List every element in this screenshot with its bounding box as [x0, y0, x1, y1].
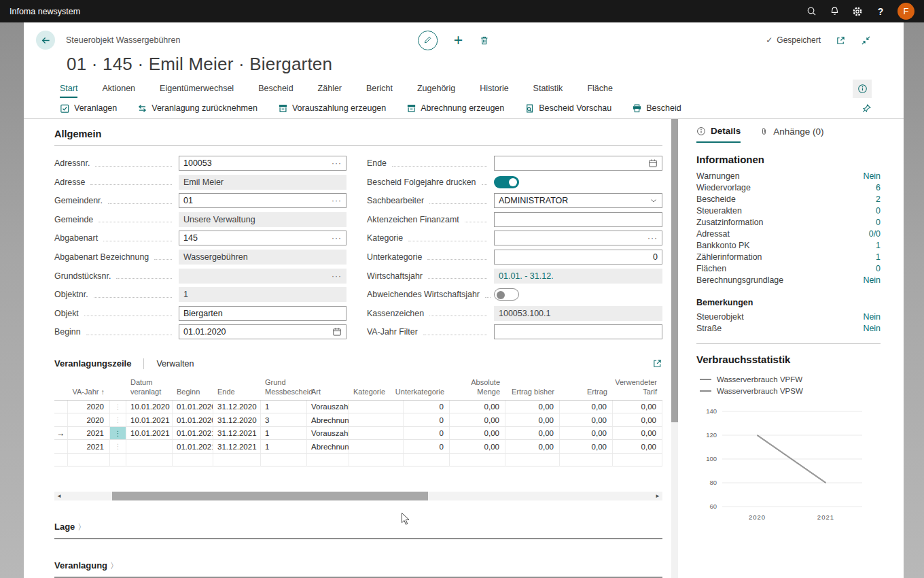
factbox-info-icon[interactable]: [853, 80, 872, 98]
hscroll-thumb[interactable]: [112, 492, 428, 500]
cell-va-jahr[interactable]: 2021: [68, 427, 110, 441]
vscroll-thumb[interactable]: [671, 119, 678, 422]
tab-statistik[interactable]: Statistik: [533, 80, 563, 98]
action-veranlagen[interactable]: Veranlagen: [60, 103, 117, 114]
new-record-plus-icon[interactable]: +: [454, 33, 463, 48]
tab-zähler[interactable]: Zähler: [318, 80, 342, 98]
table-cell[interactable]: 10.01.2021: [126, 413, 173, 427]
settings-gear-icon[interactable]: [846, 0, 869, 22]
table-cell[interactable]: 10.01.2020: [126, 401, 173, 414]
factbox-tab-anhänge-0-[interactable]: Anhänge (0): [760, 126, 823, 142]
table-cell[interactable]: 0,00: [560, 427, 613, 441]
expand-lines-icon[interactable]: [652, 358, 662, 369]
edit-pencil-icon[interactable]: [418, 31, 438, 50]
table-cell[interactable]: 1: [261, 440, 307, 454]
action-bescheid[interactable]: Bescheid: [632, 103, 681, 114]
row-options-dots[interactable]: ⋮: [110, 401, 126, 414]
table-cell[interactable]: Vorauszahl...: [307, 401, 349, 414]
table-cell[interactable]: Abrechnung: [307, 440, 349, 454]
assist-edit-dots[interactable]: ···: [332, 233, 342, 243]
table-cell[interactable]: [349, 401, 404, 414]
tab-zugehörig[interactable]: Zugehörig: [417, 80, 455, 98]
open-in-window-icon[interactable]: [836, 35, 846, 46]
cell-va-jahr[interactable]: 2020: [68, 413, 110, 427]
table-cell[interactable]: [349, 440, 404, 454]
factbox-value-link[interactable]: 0: [876, 206, 881, 216]
tab-historie[interactable]: Historie: [480, 80, 508, 98]
vertical-scrollbar[interactable]: [671, 119, 678, 578]
section-title-allgemein[interactable]: Allgemein: [54, 129, 662, 146]
assist-edit-dots[interactable]: ···: [332, 158, 342, 168]
tab-bericht[interactable]: Bericht: [366, 80, 393, 98]
assist-edit-dots[interactable]: ···: [332, 271, 342, 281]
table-cell[interactable]: 0,00: [505, 427, 560, 441]
table-cell[interactable]: 0,00: [613, 401, 662, 414]
table-cell[interactable]: [126, 440, 173, 454]
factbox-value-link[interactable]: Nein: [864, 324, 881, 333]
column-header[interactable]: Art: [307, 376, 349, 401]
tab-eigentümerwechsel[interactable]: Eigentümerwechsel: [160, 80, 234, 98]
back-button[interactable]: [36, 31, 55, 50]
table-cell[interactable]: 01.01.2021: [173, 440, 213, 454]
column-header[interactable]: Absolute Menge: [450, 376, 505, 401]
action-vorauszahlung-erzeugen[interactable]: Vorauszahlung erzeugen: [278, 103, 386, 114]
scroll-left-arrow-icon[interactable]: ◄: [54, 493, 64, 499]
row-options-dots[interactable]: ⋮: [110, 413, 126, 427]
factbox-value-link[interactable]: 1: [876, 241, 881, 250]
table-cell[interactable]: 0: [404, 427, 450, 441]
table-cell[interactable]: 0,00: [505, 413, 560, 427]
column-header[interactable]: VA-Jahr ↑: [68, 376, 110, 401]
table-cell[interactable]: 0,00: [613, 427, 662, 441]
toggle-off[interactable]: [494, 288, 519, 301]
column-header[interactable]: Datum veranlagt: [126, 376, 173, 401]
row-selector[interactable]: [54, 401, 68, 414]
chevron-down-icon[interactable]: [650, 197, 658, 205]
table-cell[interactable]: Abrechnung: [307, 413, 349, 427]
table-cell[interactable]: 10.01.2021: [126, 427, 173, 441]
table-cell[interactable]: 0: [404, 401, 450, 414]
table-cell[interactable]: 0,00: [560, 401, 613, 414]
column-header[interactable]: Beginn: [173, 376, 213, 401]
column-header[interactable]: Ertrag: [560, 376, 613, 401]
section-veranlagung[interactable]: Veranlagung〉: [54, 559, 662, 578]
assist-edit-dots[interactable]: ···: [647, 233, 658, 243]
table-cell[interactable]: 31.12.2021: [213, 427, 261, 441]
table-cell[interactable]: 1: [261, 427, 307, 441]
factbox-tab-details[interactable]: Details: [696, 126, 741, 143]
table-cell[interactable]: 0,00: [450, 413, 505, 427]
table-cell[interactable]: [349, 413, 404, 427]
horizontal-scrollbar[interactable]: ◄ ►: [54, 492, 662, 500]
input-abgabenart[interactable]: 145···: [179, 231, 346, 245]
factbox-value-link[interactable]: 6: [876, 183, 881, 192]
factbox-value-link[interactable]: Nein: [864, 275, 881, 285]
table-cell[interactable]: 0,00: [560, 440, 613, 454]
table-cell[interactable]: 31.12.2021: [213, 440, 261, 454]
input-objekt[interactable]: Biergarten: [179, 306, 346, 321]
delete-trash-icon[interactable]: [479, 35, 489, 46]
table-cell[interactable]: 0,00: [560, 413, 613, 427]
factbox-value-link[interactable]: Nein: [864, 171, 881, 181]
column-header[interactable]: Grund Messbescheid: [261, 376, 307, 401]
factbox-value-link[interactable]: Nein: [864, 312, 881, 322]
assist-edit-dots[interactable]: ···: [332, 196, 342, 205]
table-cell[interactable]: 01.01.2021: [173, 427, 213, 441]
input-aktenzeichen-finanzamt[interactable]: [494, 212, 662, 227]
action-bescheid-vorschau[interactable]: Bescheid Vorschau: [525, 103, 611, 114]
column-header[interactable]: [54, 376, 68, 401]
row-options-dots[interactable]: ⋮: [110, 440, 126, 454]
notifications-bell-icon[interactable]: [823, 0, 846, 22]
table-cell[interactable]: [349, 427, 404, 441]
toggle-on[interactable]: [494, 176, 519, 188]
input-unterkategorie[interactable]: 0: [494, 250, 662, 265]
factbox-value-link[interactable]: 0: [876, 264, 881, 273]
column-header[interactable]: Ertrag bisher: [505, 376, 560, 401]
column-header[interactable]: [110, 376, 126, 401]
input-va-jahr-filter[interactable]: [494, 324, 662, 339]
column-header[interactable]: Ende: [213, 376, 261, 401]
table-cell[interactable]: 31.12.2020: [213, 413, 261, 427]
row-selector[interactable]: [54, 440, 68, 454]
verwalten-menu[interactable]: Verwalten: [156, 359, 194, 369]
cell-va-jahr[interactable]: 2021: [68, 440, 110, 454]
scroll-right-arrow-icon[interactable]: ►: [653, 493, 662, 499]
row-selector[interactable]: [54, 413, 68, 427]
